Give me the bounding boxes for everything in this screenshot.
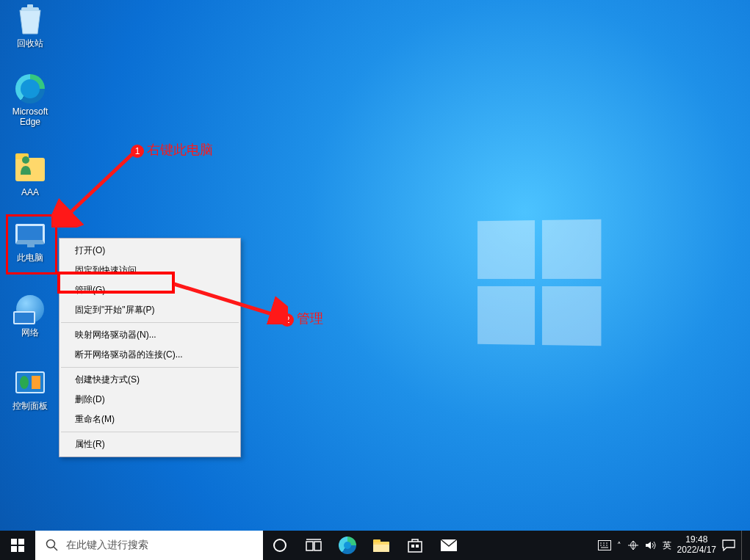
edge-label: Microsoft Edge — [3, 106, 57, 127]
this-pc[interactable]: 此电脑 — [3, 219, 57, 264]
svg-rect-12 — [306, 542, 313, 550]
annotation-1-text: 右键此电脑 — [147, 142, 213, 157]
svg-rect-7 — [11, 546, 17, 552]
menu-map-network-drive[interactable]: 映射网络驱动器(N)... — [60, 325, 239, 345]
cortana-button[interactable] — [263, 531, 297, 560]
control-panel-icon — [15, 367, 46, 398]
task-view-button[interactable] — [297, 531, 331, 560]
svg-rect-1 — [27, 4, 33, 8]
ime-indicator[interactable]: 英 — [663, 539, 671, 552]
annotation-2: 2管理 — [281, 310, 323, 327]
menu-delete[interactable]: 删除(D) — [60, 390, 239, 410]
menu-disconnect-network-drive[interactable]: 断开网络驱动器的连接(C)... — [60, 345, 239, 365]
svg-rect-16 — [373, 539, 381, 542]
search-icon — [46, 539, 59, 552]
svg-rect-19 — [411, 545, 414, 548]
this-pc-label: 此电脑 — [3, 252, 57, 264]
this-pc-icon — [15, 219, 46, 250]
svg-point-2 — [22, 156, 29, 164]
menu-rename[interactable]: 重命名(M) — [60, 410, 239, 429]
menu-open[interactable]: 打开(O) — [60, 241, 239, 261]
annotation-2-badge: 2 — [281, 313, 294, 327]
taskbar-mail[interactable] — [432, 531, 466, 560]
folder-aaa[interactable]: AAA — [3, 154, 57, 197]
svg-point-9 — [47, 540, 55, 548]
desktop[interactable]: 回收站 Microsoft Edge AAA 此电脑 网络 控制面板 打开(O)… — [0, 0, 750, 531]
taskbar-edge[interactable] — [331, 531, 364, 560]
menu-pin-start[interactable]: 固定到"开始"屏幕(P) — [60, 300, 239, 320]
tray-chevron-up-icon[interactable]: ˄ — [617, 541, 621, 550]
svg-point-28 — [603, 545, 605, 546]
network-tray-icon[interactable] — [627, 540, 639, 550]
menu-properties[interactable]: 属性(R) — [60, 434, 239, 454]
annotation-2-text: 管理 — [297, 311, 323, 326]
svg-point-11 — [274, 539, 286, 551]
svg-point-27 — [600, 545, 602, 546]
recycle-bin[interactable]: 回收站 — [3, 4, 57, 50]
edge-icon — [339, 537, 356, 554]
folder-aaa-label: AAA — [3, 187, 57, 197]
network-icon — [15, 294, 46, 324]
clock-date: 2022/4/17 — [677, 545, 716, 556]
annotation-1: 1右键此电脑 — [131, 141, 213, 159]
clock[interactable]: 19:48 2022/4/17 — [677, 535, 716, 556]
network[interactable]: 网络 — [3, 294, 57, 339]
taskbar: 在此键入进行搜索 ˄ 英 19:48 2022/4/17 — [0, 531, 750, 560]
task-view-icon — [306, 539, 322, 552]
svg-rect-22 — [598, 541, 610, 550]
clock-time: 19:48 — [677, 535, 716, 545]
taskbar-store[interactable] — [398, 531, 432, 560]
svg-rect-5 — [11, 539, 17, 545]
search-placeholder: 在此键入进行搜索 — [66, 539, 148, 552]
windows-start-icon — [11, 539, 24, 552]
svg-point-26 — [606, 542, 607, 544]
svg-rect-8 — [18, 546, 24, 552]
svg-rect-20 — [416, 545, 419, 548]
microsoft-edge[interactable]: Microsoft Edge — [3, 73, 57, 127]
svg-point-24 — [600, 542, 602, 544]
svg-rect-18 — [408, 542, 422, 552]
network-label: 网络 — [3, 327, 57, 339]
recycle-bin-icon — [15, 4, 46, 35]
mail-icon — [440, 539, 458, 552]
svg-point-29 — [606, 545, 607, 546]
svg-point-25 — [603, 542, 605, 544]
system-tray: ˄ 英 19:48 2022/4/17 — [598, 531, 750, 560]
control-panel[interactable]: 控制面板 — [3, 367, 57, 412]
svg-rect-17 — [373, 545, 389, 552]
menu-create-shortcut[interactable]: 创建快捷方式(S) — [60, 370, 239, 390]
menu-separator — [61, 367, 239, 368]
taskbar-search[interactable]: 在此键入进行搜索 — [35, 531, 263, 560]
control-panel-label: 控制面板 — [3, 400, 57, 412]
volume-icon[interactable] — [645, 540, 657, 550]
microsoft-store-icon — [407, 537, 423, 553]
taskbar-file-explorer[interactable] — [364, 531, 398, 560]
annotation-arrow-1 — [51, 147, 140, 228]
menu-manage[interactable]: 管理(G) — [60, 280, 239, 300]
svg-line-10 — [54, 547, 57, 550]
svg-line-3 — [66, 154, 132, 217]
svg-rect-13 — [314, 542, 321, 550]
menu-separator — [61, 322, 239, 323]
svg-rect-6 — [18, 539, 24, 545]
action-center-icon[interactable] — [722, 539, 735, 551]
menu-pin-quick-access[interactable]: 固定到快速访问 — [60, 261, 239, 280]
show-desktop-button[interactable] — [741, 531, 746, 560]
folder-icon — [15, 154, 46, 185]
windows-logo-watermark — [477, 219, 601, 346]
context-menu: 打开(O) 固定到快速访问 管理(G) 固定到"开始"屏幕(P) 映射网络驱动器… — [59, 238, 241, 457]
annotation-1-badge: 1 — [131, 145, 144, 158]
recycle-bin-label: 回收站 — [3, 37, 57, 50]
touch-keyboard-icon[interactable] — [598, 540, 611, 550]
cortana-icon — [273, 538, 287, 553]
menu-separator — [61, 432, 239, 432]
file-explorer-icon — [372, 538, 390, 553]
start-button[interactable] — [0, 531, 35, 560]
edge-icon — [15, 73, 46, 104]
